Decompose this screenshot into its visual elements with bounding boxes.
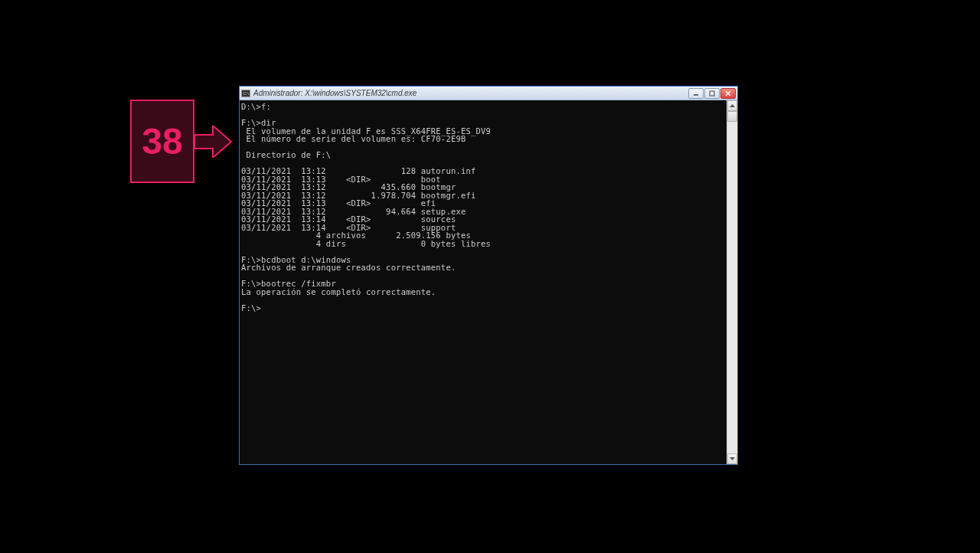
annotation-badge: 38 xyxy=(130,100,194,183)
titlebar[interactable]: C:\ Administrador: X:\windows\SYSTEM32\c… xyxy=(240,87,737,100)
scroll-up-button[interactable] xyxy=(727,100,737,111)
cmd-icon: C:\ xyxy=(241,90,250,97)
svg-rect-2 xyxy=(710,91,714,96)
cmd-window: C:\ Administrador: X:\windows\SYSTEM32\c… xyxy=(239,86,738,465)
console-output[interactable]: D:\>f: F:\>dir El volumen de la unidad F… xyxy=(240,100,727,464)
scroll-down-button[interactable] xyxy=(727,453,737,464)
console-area: D:\>f: F:\>dir El volumen de la unidad F… xyxy=(240,100,737,464)
close-button[interactable] xyxy=(720,88,736,99)
vertical-scrollbar[interactable] xyxy=(727,100,737,464)
svg-marker-6 xyxy=(730,457,735,460)
svg-marker-5 xyxy=(730,104,735,107)
maximize-button[interactable] xyxy=(704,88,720,99)
window-controls xyxy=(688,88,736,99)
svg-marker-0 xyxy=(194,126,231,158)
minimize-button[interactable] xyxy=(688,88,704,99)
scroll-thumb[interactable] xyxy=(727,111,737,122)
annotation-number: 38 xyxy=(142,120,182,162)
window-title: Administrador: X:\windows\SYSTEM32\cmd.e… xyxy=(253,89,688,97)
